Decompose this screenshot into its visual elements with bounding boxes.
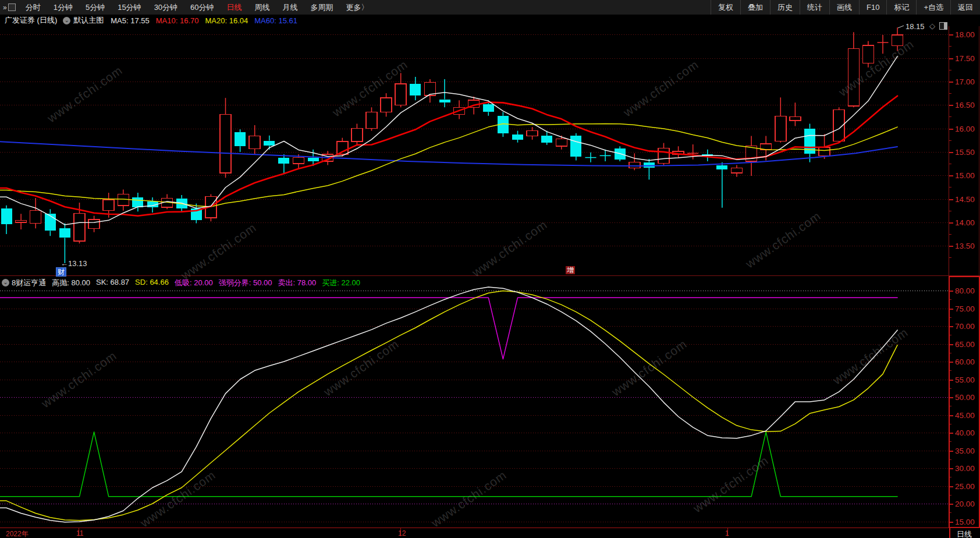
svg-text:16.50: 16.50 <box>955 101 975 109</box>
button-统计[interactable]: 统计 <box>800 0 829 15</box>
svg-text:45.00: 45.00 <box>955 411 975 420</box>
x-axis-label: 11 <box>76 529 83 537</box>
x-axis-strip: 日线 2022年11121 <box>0 529 980 538</box>
svg-text:30.00: 30.00 <box>955 464 975 473</box>
indicator-value-label: 强弱分界: 50.00 <box>219 278 272 288</box>
tab-1分钟[interactable]: 1分钟 <box>47 0 79 15</box>
svg-text:25.00: 25.00 <box>955 482 975 491</box>
cai-signal-badge: 财 <box>56 267 66 277</box>
tab-60分钟[interactable]: 60分钟 <box>184 0 220 15</box>
low-price-label: ←13.13 <box>61 259 87 268</box>
svg-text:50.00: 50.00 <box>955 393 975 402</box>
svg-text:18.00: 18.00 <box>955 30 975 39</box>
svg-text:15.00: 15.00 <box>955 518 975 526</box>
indicator-values: 8财运亨通高抛: 80.00SK: 68.87SD: 64.66低吸: 20.0… <box>12 278 366 288</box>
svg-text:55.00: 55.00 <box>955 376 975 384</box>
tab-15分钟[interactable]: 15分钟 <box>111 0 147 15</box>
ma-legend: MA5: 17.55MA10: 16.70MA20: 16.04MA60: 15… <box>111 16 304 25</box>
indicator-value-label: 8财运亨通 <box>12 278 46 288</box>
button-返回[interactable]: 返回 <box>950 0 980 15</box>
tab-分时[interactable]: 分时 <box>19 0 47 15</box>
svg-text:60.00: 60.00 <box>955 358 975 366</box>
svg-text:14.50: 14.50 <box>955 195 975 204</box>
indicator-value-label: SK: 68.87 <box>96 278 129 288</box>
indicator-value-label: 买进: 22.00 <box>322 278 360 288</box>
svg-text:35.00: 35.00 <box>955 447 975 455</box>
indicator-value-label: 卖出: 78.00 <box>278 278 316 288</box>
button-F10[interactable]: F10 <box>859 0 886 15</box>
svg-text:15.50: 15.50 <box>955 148 975 157</box>
svg-text:15.00: 15.00 <box>955 171 975 180</box>
button-历史[interactable]: 历史 <box>770 0 800 15</box>
toolbar-actions: 复权叠加历史统计画线F10标记+自选返回 <box>711 0 980 15</box>
button-标记[interactable]: 标记 <box>886 0 916 15</box>
period-tabs: » 分时1分钟5分钟15分钟30分钟60分钟日线周线月线多周期更多〉 <box>0 0 375 15</box>
indicator-value-label: 高抛: 80.00 <box>52 278 90 288</box>
stock-app-window: { "toolbar": { "left_items": ["分时","1分钟"… <box>0 0 980 538</box>
indicator-value-label: 低吸: 20.00 <box>175 278 213 288</box>
top-toolbar: » 分时1分钟5分钟15分钟30分钟60分钟日线周线月线多周期更多〉 复权叠加历… <box>0 0 980 15</box>
svg-text:17.00: 17.00 <box>955 77 975 86</box>
svg-text:75.00: 75.00 <box>955 305 975 313</box>
tab-30分钟[interactable]: 30分钟 <box>148 0 184 15</box>
tab-周线[interactable]: 周线 <box>248 0 276 15</box>
button-复权[interactable]: 复权 <box>711 0 740 15</box>
x-axis-label: 12 <box>398 529 406 537</box>
svg-text:13.50: 13.50 <box>955 242 975 250</box>
chevron-down-icon[interactable]: ⌄ <box>2 279 9 286</box>
tab-5分钟[interactable]: 5分钟 <box>79 0 111 15</box>
tab-更多〉[interactable]: 更多〉 <box>340 0 375 15</box>
tab-月线[interactable]: 月线 <box>276 0 304 15</box>
tab-多周期[interactable]: 多周期 <box>304 0 340 15</box>
ma-value-label: MA60: 15.61 <box>254 16 297 25</box>
ma-value-label: MA20: 16.04 <box>205 16 248 25</box>
indicator-header: ⌄ 8财运亨通高抛: 80.00SK: 68.87SD: 64.66低吸: 20… <box>2 278 366 288</box>
chevron-down-icon[interactable]: ⌄ <box>63 17 70 24</box>
overlay-label[interactable]: 默认主图 <box>73 15 104 26</box>
svg-text:20.00: 20.00 <box>955 500 975 508</box>
indicator-value-label: SD: 64.66 <box>135 278 169 288</box>
button-+自选[interactable]: +自选 <box>916 0 950 15</box>
svg-text:80.00: 80.00 <box>955 286 975 295</box>
tab-日线[interactable]: 日线 <box>221 0 248 15</box>
svg-text:16.00: 16.00 <box>955 125 975 133</box>
legend-row: 广发证券 (日线) ⌄ 默认主图 MA5: 17.55MA10: 16.70MA… <box>0 15 980 26</box>
svg-text:40.00: 40.00 <box>955 429 975 437</box>
zeng-signal-badge: 增 <box>566 266 575 274</box>
symbol-title: 广发证券 (日线) <box>5 15 57 26</box>
x-axis-label: 1 <box>725 529 729 537</box>
period-indicator: 日线 <box>957 529 972 538</box>
svg-text:14.00: 14.00 <box>955 218 975 227</box>
button-叠加[interactable]: 叠加 <box>740 0 770 15</box>
ma-value-label: MA10: 16.70 <box>156 16 199 25</box>
svg-text:17.50: 17.50 <box>955 54 975 63</box>
svg-text:70.00: 70.00 <box>955 322 975 331</box>
x-axis-label: 2022年 <box>6 529 29 538</box>
chart-canvas[interactable]: 18.0017.5017.0016.5016.0015.5015.0014.50… <box>0 0 980 538</box>
ma-value-label: MA5: 17.55 <box>111 16 150 25</box>
button-画线[interactable]: 画线 <box>829 0 859 15</box>
svg-text:65.00: 65.00 <box>955 340 975 349</box>
app-icon[interactable]: » <box>3 3 16 12</box>
